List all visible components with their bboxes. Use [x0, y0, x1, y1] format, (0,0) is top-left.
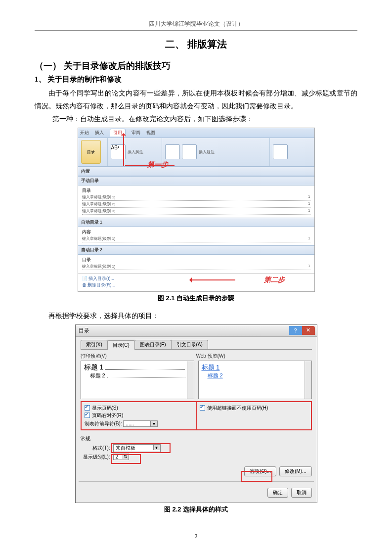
- scrollbar[interactable]: [187, 361, 194, 399]
- ribbon-box-icon: [165, 144, 180, 159]
- format-label: 格式(T):: [81, 445, 110, 452]
- label-step2: 第二步: [264, 276, 285, 284]
- general-label: 常规: [81, 435, 312, 442]
- checkbox-hyperlinks[interactable]: [200, 405, 205, 411]
- toc-line: 键入章标题(级别 3): [82, 208, 308, 214]
- leader-combo[interactable]: ......: [123, 420, 158, 427]
- help-icon[interactable]: ?: [289, 326, 302, 335]
- close-icon[interactable]: ✕: [302, 326, 315, 335]
- page-header: 四川大学锦江学院毕业论文（设计）: [35, 20, 357, 31]
- leader-label: 制表符前导符(B):: [85, 421, 122, 426]
- tab-index[interactable]: 索引(X): [81, 340, 108, 349]
- arrow-step2: [191, 279, 235, 280]
- panel-auto2[interactable]: 自动目录 2: [78, 245, 314, 255]
- cancel-button[interactable]: 取消: [291, 488, 312, 498]
- modify-button[interactable]: 修改(M)...: [279, 466, 311, 476]
- ok-button[interactable]: 确定: [267, 488, 288, 498]
- print-preview-label: 打印预览(V): [81, 353, 196, 360]
- toc-line: 键入章标题(级别 1): [82, 236, 308, 241]
- page-number: 2: [0, 533, 392, 540]
- dialog-title: 目录: [79, 327, 89, 334]
- highlight-box-icon: [111, 443, 171, 453]
- web-preview: 标题 1 标题 2: [198, 361, 312, 399]
- label-step1: 第一步: [147, 160, 168, 169]
- ribbon-label: 插入题注: [199, 149, 215, 155]
- ribbon-tabs: 开始 插入 引用 审阅 视图: [78, 128, 314, 138]
- levels-label: 显示级别(L):: [81, 454, 110, 461]
- checkbox-align-right[interactable]: [85, 413, 90, 418]
- figure-2-caption: 图 2.2 选择具体的样式: [35, 505, 357, 514]
- figure-1: 开始 插入 引用 审阅 视图 目录 AB¹ 插入脚注 插入题注 第一步 内置 手…: [78, 128, 315, 292]
- panel-title: 目录: [82, 257, 310, 263]
- preview-h2: 标题 2: [90, 372, 105, 379]
- para-3: 再根据学校要求，选择具体的项目：: [35, 310, 357, 323]
- panel-title: 目录: [82, 187, 310, 194]
- chapter-title: 二、 排版算法: [35, 38, 357, 51]
- figure-2-dialog: 目录 ? ✕ 索引(X) 目录(C) 图表目录(F) 引文目录(A) 打印预览(…: [75, 324, 317, 503]
- tab-insert[interactable]: 插入: [95, 130, 104, 136]
- tab-toc[interactable]: 目录(C): [107, 340, 135, 350]
- highlight-box-icon: [111, 454, 141, 464]
- preview-link-h1: 标题 1: [202, 363, 308, 372]
- para-2: 第一种：自动生成目录。在修改完论文内容后，如下图选择步骤：: [35, 113, 357, 126]
- ribbon: 目录 AB¹ 插入脚注 插入题注: [78, 138, 314, 167]
- panel-manual[interactable]: 手动目录: [78, 176, 314, 185]
- highlight-box-icon: [241, 471, 272, 482]
- panel-auto1[interactable]: 自动目录 1: [78, 218, 314, 227]
- panel-builtin: 内置: [78, 167, 314, 176]
- toc-line: 键入章标题(级别 2): [82, 201, 308, 207]
- preview-link-h2: 标题 2: [202, 372, 308, 379]
- ribbon-label: 插入脚注: [128, 149, 143, 155]
- tab-view[interactable]: 视图: [146, 130, 155, 136]
- dialog-tabs: 索引(X) 目录(C) 图表目录(F) 引文目录(A): [81, 340, 312, 350]
- tab-home[interactable]: 开始: [80, 130, 89, 136]
- tab-review[interactable]: 审阅: [131, 130, 140, 136]
- figure-1-caption: 图 2.1 自动生成目录的步骤: [35, 294, 357, 303]
- sub-title: 1、 关于目录的制作和修改: [35, 75, 357, 84]
- ribbon-box-icon: [273, 144, 288, 159]
- tab-citations[interactable]: 引文目录(A): [171, 340, 208, 349]
- para-1: 由于每个同学写出的论文内容有一些差异，所以在使用本模板时候会有部分增加、减少标题…: [35, 87, 357, 113]
- dialog-titlebar: 目录 ? ✕: [76, 325, 317, 337]
- toc-line: 键入章标题(级别 1): [82, 194, 308, 200]
- web-preview-label: Web 预览(W): [196, 353, 225, 360]
- print-preview: 标题 11 标题 23: [81, 361, 194, 399]
- scrollbar[interactable]: [305, 361, 311, 399]
- toc-line: 键入章标题(级别 1): [82, 264, 308, 269]
- section-title: （一） 关于目录修改后的排版技巧: [35, 60, 357, 72]
- ribbon-box-icon: [182, 144, 197, 159]
- checkbox-show-page[interactable]: [85, 405, 90, 411]
- panel-title: 内容: [82, 229, 310, 235]
- preview-h1: 标题 1: [84, 363, 104, 372]
- tab-figures[interactable]: 图表目录(F): [134, 340, 172, 349]
- toc-button[interactable]: 目录: [81, 140, 101, 164]
